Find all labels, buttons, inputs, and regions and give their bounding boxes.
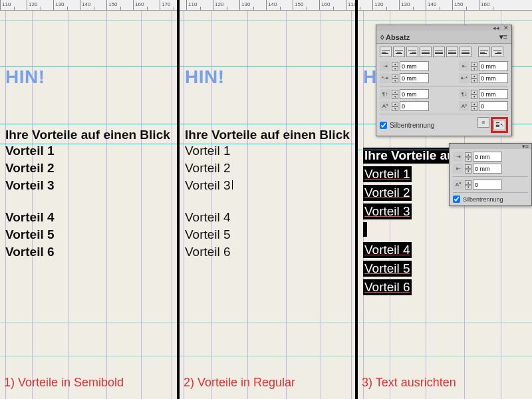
hyphenation-label: Silbentrennung [463,196,503,203]
align-to-baseline-button[interactable]: ≣↖ [491,117,508,133]
list-item: Vorteil 1 [5,142,170,160]
hyphenation-checkbox[interactable] [453,196,460,203]
no-shading-button[interactable]: ≡ [477,117,489,128]
hin-heading: HIN! [185,66,350,88]
spinner[interactable]: ▴▾ [392,90,398,99]
ruler-tick: 140 [80,0,106,10]
spinner[interactable]: ▴▾ [392,74,398,83]
caption-1: 1) Vorteile in Semibold [4,376,124,390]
list-item: Vorteil 6 [185,243,350,261]
first-line-indent-icon: *⇥ [380,73,390,83]
spinner[interactable]: ▴▾ [471,74,477,83]
spinner[interactable]: ▴▾ [392,62,398,71]
left-indent-input[interactable] [400,61,429,71]
space-before-icon: ¶↑ [380,89,390,99]
spinner[interactable]: ▴▾ [471,62,477,71]
list-item: Vorteil 5 [5,226,170,243]
panel-grip[interactable]: ▾≡ [450,144,531,149]
alignment-row [380,47,508,57]
headline: Ihre Vorteile auf einen Blick [5,128,170,142]
view-column-1: HIN! Ihre Vorteile auf einen Blick Vorte… [0,0,177,399]
align-right-button[interactable] [406,47,418,57]
list-item: Vorteil 2 [185,160,350,177]
indent-icon: ⇥ [453,152,464,162]
align-left-button[interactable] [380,47,392,57]
spinner[interactable]: ▴▾ [465,164,471,174]
close-icon[interactable]: ✕ [503,25,509,31]
list-item: Vorteil 3 [5,177,170,194]
list-item: Vorteil 5 [185,226,350,243]
ruler-tick: 160 [133,0,160,10]
panel-tab[interactable]: ◊ Absatz ▾≡ [376,31,511,44]
indent-icon: ⇤ [453,164,464,174]
panel-menu-icon[interactable]: ▾≡ [522,143,529,150]
ruler-tick: 160 [479,0,505,10]
dropcap-lines-icon: Aª [380,101,390,111]
spinner[interactable]: ▴▾ [471,102,477,111]
collapse-icon[interactable]: ◂◂ [493,25,499,31]
justify-all-button[interactable] [460,47,471,57]
dropcap-chars-icon: Aᵇ [459,101,469,111]
ruler-tick: 150 [106,0,133,10]
vorteile-list[interactable]: Vorteil 1 Vorteil 2 Vorteil 3 Vorteil 4 … [185,142,350,261]
space-before-input[interactable] [400,89,429,99]
ruler-tick: 170 [160,0,186,10]
first-line-input[interactable] [400,73,429,83]
caption-2: 2) Vorteile in Regular [184,376,295,390]
list-item: Vorteil 4 [363,242,531,261]
value-input[interactable] [473,180,502,190]
ruler-tick: 130 [53,0,80,10]
dropcap-chars-input[interactable] [479,101,508,111]
ruler-tick: 130 [399,0,426,10]
spinner[interactable]: ▴▾ [471,90,477,99]
vorteile-list[interactable]: Vorteil 1 Vorteil 2 Vorteil 3 Vorteil 4 … [5,142,170,261]
spinner[interactable]: ▴▾ [465,180,471,190]
column-divider [355,0,358,399]
right-indent-input[interactable] [479,61,508,71]
absatz-panel[interactable]: ◂◂ ✕ ◊ Absatz ▾≡ ⇥▴▾ ⇤▴▾ *⇥▴▾ ⇤*▴▾ [376,25,512,136]
ruler-tick: 130 [239,0,266,10]
list-item: Vorteil 6 [363,279,531,298]
hyphenation-label: Silbentrennung [390,122,434,129]
align-away-spine-button[interactable] [491,47,503,57]
dropcap-icon: Aª [453,180,464,190]
align-center-button[interactable] [393,47,405,57]
ruler-tick: 110 [0,0,27,10]
text-cursor-icon [231,180,235,190]
list-item: Vorteil 3 [363,203,531,222]
hin-heading: HIN! [5,66,170,88]
list-item: Vorteil 4 [185,209,350,226]
ruler-tick: 120 [27,0,53,10]
ruler-tick: 120 [372,0,399,10]
absatz-panel-secondary[interactable]: ▾≡ ⇥▴▾ ⇤▴▾ Aª▴▾ Silbentrennung [449,143,532,206]
right-indent-icon: ⇤ [459,61,469,71]
ruler-tick: 110 [346,0,372,10]
ruler-tick: 150 [452,0,479,10]
hyphenation-checkbox[interactable] [380,122,387,129]
list-item: Vorteil 6 [5,243,170,261]
align-toward-spine-button[interactable] [478,47,490,57]
list-item: Vorteil 1 [185,142,350,160]
value-input[interactable] [473,152,502,162]
list-item: Vorteil 5 [363,261,531,279]
view-column-2: HIN! Ihre Vorteile auf einen Blick Vorte… [180,0,355,399]
last-line-input[interactable] [479,73,508,83]
justify-right-button[interactable] [446,47,458,57]
dropcap-lines-input[interactable] [400,101,429,111]
value-input[interactable] [473,164,502,174]
ruler-tick: 140 [426,0,452,10]
justify-center-button[interactable] [433,47,445,57]
last-line-indent-icon: ⇤* [459,73,469,83]
spinner[interactable]: ▴▾ [465,152,471,162]
justify-left-button[interactable] [420,47,432,57]
panel-menu-icon[interactable]: ▾≡ [499,33,507,41]
panel-grip[interactable]: ◂◂ ✕ [376,25,511,31]
spinner[interactable]: ▴▾ [392,102,398,111]
space-after-icon: ¶↓ [459,89,469,99]
ruler-tick: 150 [293,0,319,10]
space-after-input[interactable] [479,89,508,99]
headline: Ihre Vorteile auf einen Blick [185,128,350,142]
ruler-tick: 140 [266,0,293,10]
column-divider [177,0,180,399]
list-item [363,222,531,242]
